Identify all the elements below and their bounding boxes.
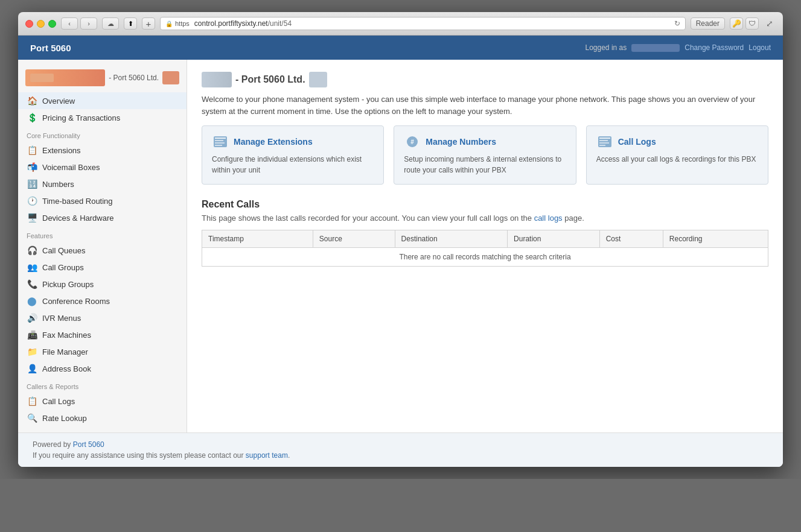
nav-buttons: ‹ › [61, 17, 97, 30]
powered-by-label: Powered by [33, 440, 73, 449]
overview-icon: 🏠 [27, 95, 37, 106]
brand-logo-bar: ████ [25, 69, 105, 86]
toolbar-icons: 🔑 🛡 [730, 17, 759, 30]
sidebar-item-ivr-menus[interactable]: 🔊 IVR Menus [18, 309, 187, 326]
call-logs-card-icon [596, 135, 613, 149]
card-title: Manage Numbers [426, 137, 496, 147]
card-header: Manage Extensions [212, 135, 374, 149]
page-logo-block2 [309, 72, 327, 87]
logout-link[interactable]: Logout [748, 43, 771, 52]
section-header-features: Features [18, 226, 187, 242]
welcome-text: Welcome to your phone management system … [202, 93, 768, 117]
page-header-brand: - Port 5060 Ltd. [202, 72, 327, 87]
ivr-menus-icon: 🔊 [27, 312, 37, 323]
page-header: - Port 5060 Ltd. [202, 72, 768, 87]
sidebar-item-label: Pricing & Transactions [42, 113, 120, 122]
sidebar-item-label: Call Groups [42, 263, 84, 272]
col-cost: Cost [599, 230, 663, 248]
sidebar-item-label: Extensions [42, 146, 81, 155]
call-groups-icon: 👥 [27, 262, 37, 273]
sidebar-item-numbers[interactable]: 🔢 Numbers [18, 176, 187, 192]
extensions-icon: 📋 [27, 145, 37, 156]
sidebar-item-devices[interactable]: 🖥️ Devices & Hardware [18, 209, 187, 226]
history-button[interactable]: ☁ [102, 17, 119, 30]
extensions-card-icon [212, 135, 229, 149]
call-queues-icon: 🎧 [27, 245, 37, 256]
expand-icon[interactable]: ⤢ [764, 17, 776, 30]
powered-by-link[interactable]: Port 5060 [73, 440, 104, 449]
sidebar-item-call-queues[interactable]: 🎧 Call Queues [18, 242, 187, 259]
sidebar-item-fax-machines[interactable]: 📠 Fax Machines [18, 326, 187, 343]
url-bar[interactable]: 🔒 https control.portfiftysixty.net/unit/… [160, 17, 686, 30]
url-protocol: https [175, 20, 190, 27]
recent-calls-desc-post: page. [563, 214, 584, 223]
feature-card-extensions[interactable]: Manage Extensions Configure the individu… [202, 125, 384, 185]
col-recording: Recording [663, 230, 768, 248]
recent-calls-desc: This page shows the last calls recorded … [202, 214, 768, 223]
sidebar-item-label: Call Logs [42, 397, 75, 406]
header-right: Logged in as Change Password Logout [586, 43, 771, 52]
svg-rect-8 [599, 138, 610, 139]
change-password-link[interactable]: Change Password [685, 43, 744, 52]
url-address: control.portfiftysixty.net/unit/54 [194, 19, 672, 28]
fax-machines-icon: 📠 [27, 329, 37, 340]
sidebar-item-conference-rooms[interactable]: ⬤ Conference Rooms [18, 293, 187, 309]
col-destination: Destination [395, 230, 507, 248]
reader-button[interactable]: Reader [691, 17, 725, 30]
close-button[interactable] [25, 20, 33, 28]
support-team-link[interactable]: support team [246, 451, 288, 460]
time-routing-icon: 🕐 [27, 195, 37, 206]
fullscreen-button[interactable] [48, 20, 56, 28]
sidebar-item-label: Pickup Groups [42, 280, 94, 289]
sidebar-item-voicemail[interactable]: 📬 Voicemail Boxes [18, 159, 187, 176]
svg-rect-1 [215, 138, 226, 139]
section-header-callers: Callers & Reports [18, 377, 187, 393]
card-header: Call Logs [596, 135, 758, 149]
sidebar-item-address-book[interactable]: 👤 Address Book [18, 360, 187, 377]
content-area: - Port 5060 Ltd. Welcome to your phone m… [187, 60, 783, 432]
sidebar-item-call-logs[interactable]: 📋 Call Logs [18, 393, 187, 410]
card-description: Configure the individual extensions whic… [212, 154, 374, 176]
back-button[interactable]: ‹ [61, 17, 78, 30]
address-book-icon: 👤 [27, 363, 37, 374]
sidebar: ████ - Port 5060 Ltd. 🏠 Overview 💲 Prici… [18, 60, 187, 432]
recent-calls-desc-pre: This page shows the last calls recorded … [202, 214, 534, 223]
svg-text:#: # [411, 139, 415, 145]
sidebar-item-label: Conference Rooms [42, 297, 110, 306]
sidebar-item-overview[interactable]: 🏠 Overview [18, 92, 187, 109]
refresh-icon[interactable]: ↻ [674, 19, 680, 28]
card-description: Access all your call logs & recordings f… [596, 154, 758, 165]
traffic-lights [25, 20, 56, 28]
call-logs-link[interactable]: call logs [534, 214, 563, 223]
minimize-button[interactable] [37, 20, 45, 28]
numbers-card-icon: # [404, 135, 421, 149]
feature-card-call-logs[interactable]: Call Logs Access all your call logs & re… [586, 125, 768, 185]
sidebar-item-extensions[interactable]: 📋 Extensions [18, 142, 187, 159]
sidebar-item-pickup-groups[interactable]: 📞 Pickup Groups [18, 276, 187, 293]
brand-name: - Port 5060 Ltd. [109, 74, 159, 82]
sidebar-item-file-manager[interactable]: 📁 File Manager [18, 343, 187, 360]
feature-card-numbers[interactable]: # Manage Numbers Setup incoming numbers … [394, 125, 576, 185]
card-header: # Manage Numbers [404, 135, 566, 149]
brand-block [162, 71, 179, 84]
card-title: Call Logs [618, 137, 656, 147]
sidebar-item-call-groups[interactable]: 👥 Call Groups [18, 259, 187, 276]
card-title: Manage Extensions [234, 137, 313, 147]
conference-rooms-icon: ⬤ [27, 296, 37, 306]
sidebar-item-label: Fax Machines [42, 331, 91, 340]
footer-powered-by: Powered by Port 5060 [33, 440, 768, 449]
sidebar-item-label: Overview [42, 97, 75, 106]
section-header-core: Core Functionality [18, 126, 187, 142]
new-tab-button[interactable]: + [142, 17, 155, 30]
forward-button[interactable]: › [80, 17, 97, 30]
extension-icon[interactable]: 🛡 [745, 17, 759, 30]
bookmark-icon[interactable]: 🔑 [730, 17, 743, 30]
sidebar-item-label: File Manager [42, 347, 88, 356]
sidebar-item-time-routing[interactable]: 🕐 Time-based Routing [18, 192, 187, 209]
share-button[interactable]: ⬆ [124, 17, 137, 30]
no-records-text: There are no call records matching the s… [202, 248, 768, 267]
svg-rect-2 [215, 140, 223, 141]
sidebar-item-rate-lookup[interactable]: 🔍 Rate Lookup [18, 410, 187, 426]
sidebar-item-pricing[interactable]: 💲 Pricing & Transactions [18, 109, 187, 126]
calls-table: Timestamp Source Destination Duration Co… [202, 230, 768, 267]
